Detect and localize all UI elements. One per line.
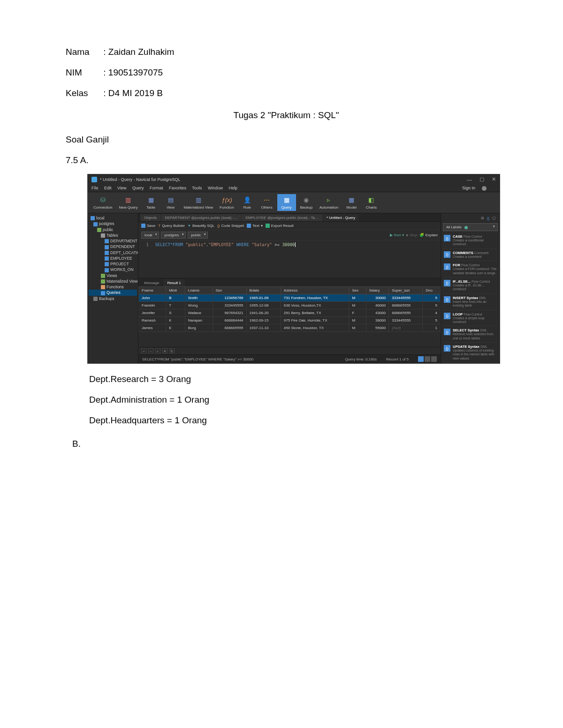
menu-view[interactable]: View [117, 186, 126, 190]
sql-editor[interactable]: 1 SELECT*FROM "public"."EMPLOYEE" WHERE … [138, 240, 441, 278]
toolbar-table[interactable]: ▦Table [142, 194, 160, 211]
tab-untitled-query[interactable]: * Untitled - Query [323, 214, 359, 221]
tab-department[interactable]: DEPARTMENT @postgres.public (local) -… [161, 214, 241, 221]
save-button[interactable]: Save [141, 224, 155, 228]
view-toggle-1[interactable] [418, 356, 424, 362]
sidebar-item-tables[interactable]: Tables [89, 233, 137, 238]
tab-result1[interactable]: Result 1 [163, 279, 184, 286]
menu-window[interactable]: Window [208, 186, 223, 190]
query-builder-button[interactable]: TQuery Builder [158, 224, 185, 228]
run-button[interactable]: ▶ Run ▾ [390, 233, 404, 237]
tab-message[interactable]: Message [140, 279, 163, 286]
sidebar-item-project[interactable]: PROJECT [89, 261, 137, 267]
menu-tools[interactable]: Tools [192, 186, 202, 190]
view-toggle-3[interactable] [431, 356, 437, 362]
toolbar-role[interactable]: 👤Role [238, 194, 257, 211]
window-close[interactable]: ✕ [492, 176, 496, 182]
explain-button[interactable]: 🧩 Explain [419, 233, 438, 237]
window-minimize[interactable]: — [467, 177, 472, 182]
sidebar-item-backups[interactable]: Backups [89, 296, 137, 301]
sidebar-item-dependent[interactable]: DEPENDENT [89, 244, 137, 249]
col-super_ssn[interactable]: Super_ssn [389, 287, 423, 294]
toolbar-backup[interactable]: ◉Backup [297, 194, 316, 211]
col-fname[interactable]: Fname [139, 287, 166, 294]
menu-favorites[interactable]: Favorites [169, 186, 186, 190]
menu-help[interactable]: Help [228, 186, 237, 190]
beautify-button[interactable]: ✦Beautify SQL [188, 224, 214, 228]
sidebar-item-views[interactable]: Views [89, 273, 137, 278]
col-dno[interactable]: Dno [423, 287, 441, 294]
sidebar-item-dept-location[interactable]: DEPT_LOCATION [89, 250, 137, 255]
panel-icon-3[interactable]: ⓘ [492, 216, 496, 221]
col-sex[interactable]: Sex [349, 287, 366, 294]
toolbar-materialized-view[interactable]: ▥Materialized View [181, 194, 216, 211]
table-row[interactable]: FranklinTWong3334455551955-12-08638 Voss… [139, 302, 441, 309]
sidebar-item-works-on[interactable]: WORKS_ON [89, 267, 137, 272]
toolbar-automation[interactable]: ▹Automation [317, 194, 341, 211]
nama-line: Nama : Zaidan Zulhakim [66, 47, 507, 57]
snippet-item[interactable]: {}WHILE Flow ControlCreates a WHILE cons… [443, 363, 498, 363]
snippet-item[interactable]: {}SELECT Syntax DMLRetrieve rows selecte… [443, 326, 498, 343]
snippet-item[interactable]: {}CASE Flow ControlCreates a conditional… [443, 233, 498, 249]
snippet-item[interactable]: {}LOOP Flow ControlCreates a simple loop… [443, 310, 498, 327]
col-salary[interactable]: Salary [366, 287, 388, 294]
toolbar-others[interactable]: ⋯Others [258, 194, 276, 211]
col-lname[interactable]: Lname [185, 287, 213, 294]
col-minit[interactable]: Minit [166, 287, 185, 294]
snippet-item[interactable]: {}INSERT Syntax DMLInsert new rows into … [443, 294, 498, 310]
table-row[interactable]: JamesEBorg8886655551937-11-10450 Stone, … [139, 324, 441, 332]
grid-footer-btn-3[interactable]: ✕ [162, 348, 167, 353]
col-ssn[interactable]: Ssn [213, 287, 246, 294]
sidebar-item-queries[interactable]: Queries [89, 290, 137, 295]
sidebar-item-public[interactable]: public [89, 227, 137, 233]
sidebar-item-functions[interactable]: Functions [89, 284, 137, 290]
database-select[interactable]: postgres [161, 232, 186, 239]
stop-button[interactable]: ■ Stop [406, 233, 417, 237]
schema-select[interactable]: public [188, 232, 208, 239]
sidebar-item-mat-views[interactable]: Materialized Views [89, 278, 137, 284]
snippet-item[interactable]: {}COMMENTS CommentCreates a comment [443, 249, 498, 261]
tab-objects[interactable]: Objects [140, 214, 160, 221]
table-row[interactable]: JenniferSWallace9876543211941-06-20291 B… [139, 309, 441, 317]
result-grid[interactable]: FnameMinitLnameSsnBdateAddressSexSalaryS… [138, 286, 441, 347]
backups-icon [93, 297, 98, 301]
tab-employee[interactable]: EMPLOYEE @postgres.public (local) - Ta… [242, 214, 322, 221]
toolbar-charts[interactable]: ◧Charts [362, 194, 380, 211]
view-toggle-2[interactable] [425, 356, 430, 362]
toolbar-model[interactable]: ▦Model [342, 194, 361, 211]
menu-query[interactable]: Query [132, 186, 144, 190]
text-button[interactable]: Text ▾ [247, 224, 263, 228]
window-maximize[interactable]: ▢ [479, 176, 484, 182]
grid-footer-btn-1[interactable]: − [148, 348, 153, 353]
panel-icon-1[interactable]: ⊞ [481, 216, 484, 221]
table-row[interactable]: RameshKNarayan6668844441962-09-15975 Fir… [139, 317, 441, 324]
grid-footer-btn-4[interactable]: ↻ [169, 348, 175, 353]
sidebar-item-department[interactable]: DEPARTMENT [89, 238, 137, 244]
table-row[interactable]: JohnBSmith1234567891965-01-09731 Fondren… [139, 294, 441, 302]
toolbar-query[interactable]: ▦Query [277, 194, 296, 211]
col-address[interactable]: Address [281, 287, 349, 294]
snippet-item[interactable]: {}UPDATE Syntax DMLUpdates columns of ex… [443, 343, 498, 363]
grid-footer-btn-0[interactable]: + [141, 348, 146, 353]
view-toggles[interactable] [418, 356, 437, 362]
snippet-item[interactable]: {}IF...ELSE... Flow ControlCreates a IF.… [443, 278, 498, 294]
toolbar-function[interactable]: ƒ(x)Function [217, 194, 237, 211]
connection-select[interactable]: local [141, 232, 159, 239]
export-result-button[interactable]: Export Result [266, 224, 294, 228]
sidebar-item-employee[interactable]: EMPLOYEE [89, 255, 137, 261]
labels-dropdown[interactable]: All Labels [443, 223, 498, 231]
toolbar-new-query[interactable]: ▥New Query [116, 194, 140, 211]
snippet-item[interactable]: {}FOR Flow ControlCreates a FOR construc… [443, 261, 498, 278]
toolbar-view[interactable]: ▤View [161, 194, 180, 211]
grid-footer-btn-2[interactable]: ✓ [155, 348, 160, 353]
menu-file[interactable]: File [91, 186, 99, 190]
menu-format[interactable]: Format [150, 186, 163, 190]
toolbar-connection[interactable]: ⛁Connection [91, 194, 115, 211]
sidebar-item-local[interactable]: local [89, 215, 137, 221]
menu-edit[interactable]: Edit [104, 186, 112, 190]
signin-link[interactable]: Sign In [462, 186, 491, 191]
sidebar-item-postgres[interactable]: postgres [89, 221, 137, 226]
code-snippet-button[interactable]: {}Code Snippet [217, 224, 244, 228]
panel-icon-2[interactable]: {} [487, 216, 489, 221]
col-bdate[interactable]: Bdate [246, 287, 281, 294]
